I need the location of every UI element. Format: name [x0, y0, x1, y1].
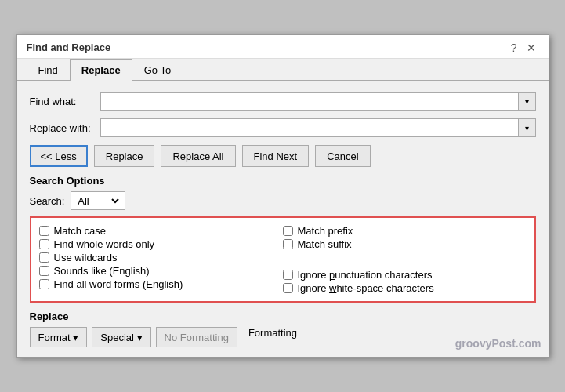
tab-find[interactable]: Find	[27, 59, 70, 81]
find-what-row: Find what: ▾	[30, 92, 536, 111]
find-what-dropdown[interactable]: ▾	[519, 92, 536, 111]
find-what-label: Find what:	[30, 96, 100, 107]
replace-with-label: Replace with:	[30, 122, 100, 134]
find-replace-dialog: Find and Replace ? ✕ Find Replace Go To …	[16, 34, 549, 358]
search-select-wrap[interactable]: All Up Down	[71, 191, 125, 210]
title-bar: Find and Replace ? ✕	[17, 35, 549, 59]
dialog-content: Find what: ▾ Replace with: ▾ << Less Rep…	[17, 81, 549, 357]
whole-words-checkbox[interactable]	[39, 239, 49, 249]
replace-with-input-wrap: ▾	[100, 118, 536, 137]
tab-goto[interactable]: Go To	[132, 59, 183, 81]
wildcards-label: Use wildcards	[54, 252, 118, 263]
less-button[interactable]: << Less	[30, 145, 88, 167]
no-formatting-button[interactable]: No Formatting	[156, 327, 237, 347]
options-box: Match case Find whole words only Use wil…	[30, 216, 536, 303]
options-grid: Match case Find whole words only Use wil…	[39, 224, 527, 295]
checkbox-whole-words: Find whole words only	[39, 238, 283, 251]
replace-with-input[interactable]	[100, 118, 519, 137]
checkbox-match-case: Match case	[39, 224, 283, 238]
find-what-input-wrap: ▾	[100, 92, 536, 111]
checkbox-match-suffix: Match suffix	[283, 238, 527, 251]
action-buttons-row: << Less Replace Replace All Find Next Ca…	[30, 145, 536, 167]
replace-button[interactable]: Replace	[94, 145, 155, 167]
word-forms-checkbox[interactable]	[39, 279, 49, 289]
formatting-label: Formatting	[248, 327, 297, 347]
tab-replace[interactable]: Replace	[70, 59, 132, 81]
ignore-punct-label: Ignore punctuation characters	[298, 269, 433, 281]
find-what-input[interactable]	[100, 92, 519, 111]
special-button[interactable]: Special ▾	[92, 327, 150, 347]
word-forms-label: Find all word forms (English)	[54, 278, 183, 290]
whole-words-label: Find whole words only	[54, 238, 155, 250]
search-options-label: Search Options	[30, 175, 536, 187]
dialog-title: Find and Replace	[27, 42, 111, 53]
replace-section-label: Replace	[30, 310, 536, 322]
match-suffix-label: Match suffix	[298, 238, 352, 250]
bottom-buttons: Format ▾ Special ▾ No Formatting Formatt…	[30, 327, 536, 347]
left-options: Match case Find whole words only Use wil…	[39, 224, 283, 295]
replace-section: Replace Format ▾ Special ▾ No Formatting…	[30, 310, 536, 347]
ignore-space-checkbox[interactable]	[283, 283, 293, 293]
replace-with-row: Replace with: ▾	[30, 118, 536, 137]
sounds-like-checkbox[interactable]	[39, 266, 49, 276]
help-button[interactable]: ?	[508, 42, 520, 53]
wildcards-checkbox[interactable]	[39, 252, 49, 263]
match-suffix-checkbox[interactable]	[283, 239, 293, 249]
match-case-label: Match case	[54, 225, 106, 237]
replace-all-button[interactable]: Replace All	[161, 145, 235, 167]
checkbox-word-forms: Find all word forms (English)	[39, 278, 283, 291]
checkbox-match-prefix: Match prefix	[283, 224, 527, 238]
search-row: Search: All Up Down	[30, 191, 536, 210]
checkbox-ignore-space: Ignore white-space characters	[283, 281, 527, 295]
ignore-punct-checkbox[interactable]	[283, 270, 293, 280]
close-button[interactable]: ✕	[523, 42, 539, 53]
match-prefix-label: Match prefix	[298, 225, 353, 237]
tabs: Find Replace Go To	[17, 59, 549, 81]
find-next-button[interactable]: Find Next	[242, 145, 310, 167]
sounds-like-label: Sounds like (English)	[54, 265, 150, 277]
ignore-space-label: Ignore white-space characters	[298, 282, 434, 294]
match-prefix-checkbox[interactable]	[283, 226, 293, 236]
checkbox-ignore-punct: Ignore punctuation characters	[283, 268, 527, 281]
checkbox-wildcards: Use wildcards	[39, 251, 283, 264]
format-button[interactable]: Format ▾	[30, 327, 88, 347]
replace-with-dropdown[interactable]: ▾	[519, 118, 536, 137]
cancel-button[interactable]: Cancel	[315, 145, 370, 167]
right-options: Match prefix Match suffix Ignore punctua…	[283, 224, 527, 295]
search-label: Search:	[30, 195, 65, 207]
checkbox-sounds-like: Sounds like (English)	[39, 264, 283, 278]
match-case-checkbox[interactable]	[39, 226, 49, 236]
search-select[interactable]: All Up Down	[74, 194, 121, 208]
